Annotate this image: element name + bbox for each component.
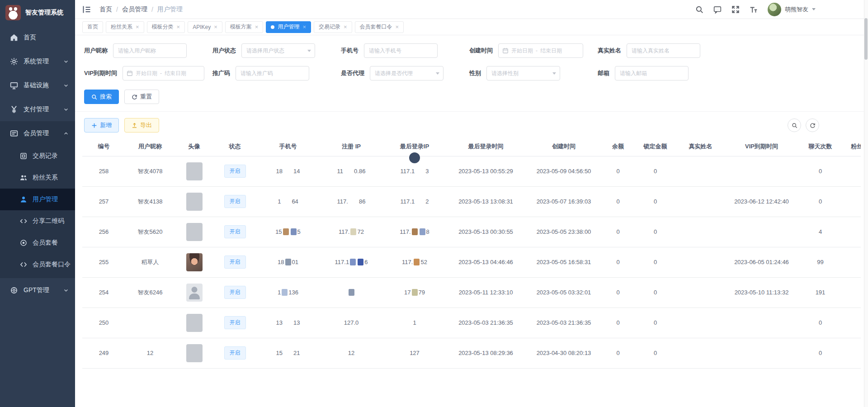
font-size-icon[interactable]: [750, 5, 758, 14]
column-header: 注册 IP: [320, 137, 383, 156]
cell-real-name: [677, 277, 724, 308]
user-avatar: [186, 193, 203, 211]
filter-promo-code-input[interactable]: [236, 66, 309, 80]
menu-fold-icon[interactable]: [82, 5, 91, 14]
sidebar-item-transaction-records[interactable]: 交易记录: [0, 145, 75, 167]
tab-apikey[interactable]: APIKey×: [188, 21, 222, 33]
scrollbar-thumb[interactable]: [864, 18, 868, 60]
cell-balance: 0: [602, 217, 634, 247]
sidebar-item-label: GPT管理: [24, 286, 63, 294]
calendar-icon: [127, 70, 133, 76]
export-button[interactable]: 导出: [124, 118, 159, 133]
column-header: 头像: [175, 137, 213, 156]
cell-last-login-ip: 1: [383, 308, 446, 338]
filter-email-input[interactable]: [615, 66, 689, 80]
filter-vip-expire-time-daterange[interactable]: 开始日期-结束日期: [123, 66, 204, 80]
cell-locked-amount: 0: [634, 338, 677, 368]
filter-phone-input[interactable]: [364, 43, 438, 58]
breadcrumb-item: 用户管理: [157, 5, 183, 14]
value-fragment: 15: [275, 228, 282, 235]
search-icon[interactable]: [695, 5, 703, 14]
filter-nickname-input[interactable]: [113, 43, 187, 58]
table-search-button[interactable]: [788, 118, 801, 132]
tab-close-icon[interactable]: ×: [214, 24, 217, 30]
column-header: 粉丝数: [842, 137, 861, 156]
message-icon[interactable]: [713, 5, 722, 14]
tab-close-icon[interactable]: ×: [344, 24, 347, 30]
tab-close-icon[interactable]: ×: [302, 24, 306, 30]
filter-is-agent-select[interactable]: 请选择是否代理: [370, 66, 443, 80]
tab-close-icon[interactable]: ×: [136, 24, 139, 30]
filter-is-agent: 是否代理请选择是否代理: [341, 66, 461, 80]
chevron-up-icon: [63, 131, 69, 136]
search-button[interactable]: 搜索: [84, 90, 119, 104]
filter-label: 用户状态: [212, 47, 236, 55]
sidebar-item-home[interactable]: 首页: [0, 25, 75, 49]
fullscreen-icon[interactable]: [731, 5, 740, 14]
tab-close-icon[interactable]: ×: [396, 24, 399, 30]
add-button[interactable]: 新增: [84, 118, 119, 133]
tab-fan-relations[interactable]: 粉丝关系×: [106, 21, 144, 33]
refresh-icon: [132, 94, 137, 100]
breadcrumb-item[interactable]: 会员管理: [122, 5, 147, 14]
filter-real-name-input[interactable]: [627, 43, 700, 58]
qrcode-icon: [20, 218, 27, 225]
filter-label: 手机号: [341, 47, 359, 55]
sidebar-item-user-management[interactable]: 用户管理: [0, 189, 75, 210]
sidebar-item-label: 会员管理: [24, 129, 63, 137]
user-avatar: [186, 253, 203, 271]
tab-template-category[interactable]: 模板分类×: [147, 21, 185, 33]
value-fragment: 8: [426, 228, 429, 235]
sidebar-item-payment-management[interactable]: 支付管理: [0, 97, 75, 121]
search-icon: [91, 94, 97, 100]
filter-row-1: 用户昵称用户状态请选择用户状态手机号创建时间开始日期-结束日期真实姓名: [84, 43, 859, 58]
tab-template-plan[interactable]: 模板方案×: [225, 21, 264, 33]
tab-close-icon[interactable]: ×: [255, 24, 259, 30]
sidebar-item-system-management[interactable]: 系统管理: [0, 49, 75, 73]
sidebar-item-label: 分享二维码: [33, 217, 69, 225]
breadcrumb-separator: /: [116, 6, 118, 13]
value-fragment: 18: [278, 259, 284, 265]
date-start-placeholder: 开始日期: [511, 47, 533, 55]
tab-member-package-token[interactable]: 会员套餐口令×: [355, 21, 404, 33]
filter-user-status-select[interactable]: 请选择用户状态: [241, 43, 315, 58]
cell-balance: 0: [602, 338, 634, 368]
cell-real-name: [677, 186, 724, 217]
value-fragment: 136: [288, 289, 298, 296]
breadcrumb-item[interactable]: 首页: [99, 5, 112, 14]
export-button-label: 导出: [140, 121, 152, 129]
cell-balance: 0: [602, 308, 634, 338]
sidebar-item-member-package-token[interactable]: 会员套餐口令: [0, 254, 75, 275]
reset-button[interactable]: 重置: [124, 90, 159, 104]
sidebar-item-member-package[interactable]: 会员套餐: [0, 232, 75, 254]
value-fragment: 117.1: [335, 259, 349, 265]
app-title: 智友管理系统: [25, 9, 63, 17]
user-menu[interactable]: 萌熊智友: [768, 3, 816, 16]
tab-transaction-records[interactable]: 交易记录×: [314, 21, 352, 33]
table-refresh-button[interactable]: [806, 118, 819, 132]
filter-row-2: VIP到期时间开始日期-结束日期推广码是否代理请选择是否代理性别请选择性别邮箱: [84, 66, 859, 80]
tab-home[interactable]: 首页: [82, 21, 103, 33]
sidebar-submenu: 交易记录粉丝关系用户管理分享二维码会员套餐会员套餐口令: [0, 145, 75, 278]
tab-close-icon[interactable]: ×: [177, 24, 180, 30]
filter-email: 邮箱: [598, 66, 718, 80]
sidebar-item-fan-relations[interactable]: 粉丝关系: [0, 167, 75, 189]
sidebar-item-gpt-management[interactable]: GPT管理: [0, 278, 75, 302]
user-table: 编号用户昵称头像状态手机号注册 IP最后登录IP最后登录时间创建时间余额锁定金额…: [82, 137, 861, 369]
tab-user-management[interactable]: 用户管理×: [266, 21, 311, 33]
sidebar-item-member-management[interactable]: 会员管理: [0, 121, 75, 145]
chevron-down-icon: [63, 59, 69, 64]
sidebar-item-infrastructure[interactable]: 基础设施: [0, 73, 75, 97]
filter-label: 性别: [469, 69, 481, 77]
user-avatar: [186, 284, 203, 302]
value-fragment: 6: [364, 259, 368, 265]
chevron-down-icon: [63, 83, 69, 88]
redaction-block: [350, 228, 356, 235]
vertical-scrollbar[interactable]: [864, 0, 868, 407]
filter-gender-select[interactable]: 请选择性别: [486, 66, 560, 80]
sidebar-item-share-qrcode[interactable]: 分享二维码: [0, 210, 75, 232]
redacted-value: 127.0: [344, 319, 359, 326]
filter-created-time-daterange[interactable]: 开始日期-结束日期: [498, 43, 583, 58]
user-avatar: [186, 223, 203, 241]
cell-avatar: [175, 186, 213, 217]
